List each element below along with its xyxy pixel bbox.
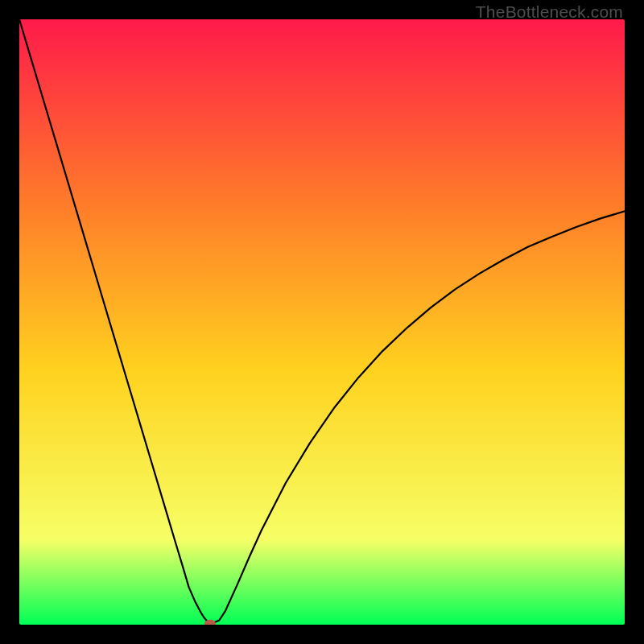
chart-frame: { "watermark": "TheBottleneck.com", "col… (0, 0, 644, 644)
plot-area (19, 19, 625, 625)
chart-svg (19, 19, 625, 625)
